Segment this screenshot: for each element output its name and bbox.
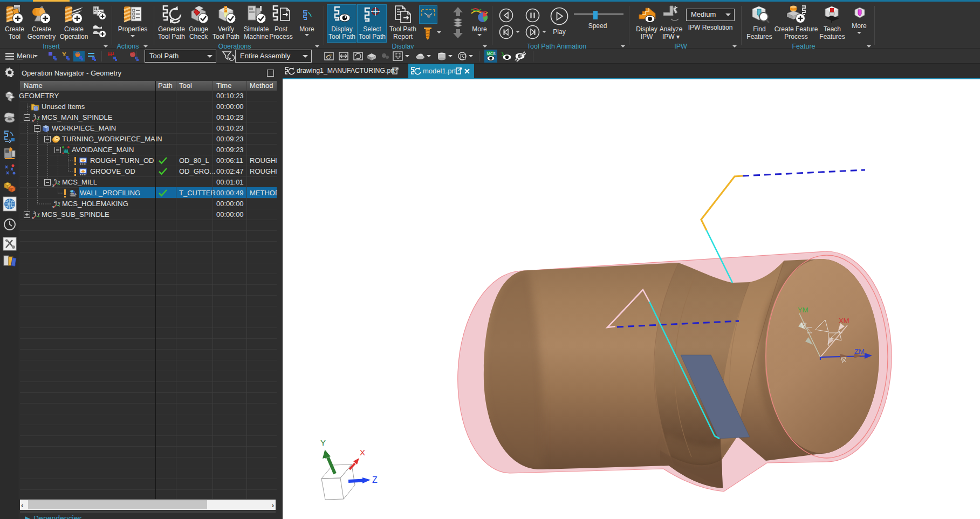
svg-text:y: y	[38, 212, 40, 216]
svg-text:z: z	[33, 113, 35, 117]
svg-text:YM: YM	[798, 306, 808, 314]
svg-text:Y: Y	[320, 438, 326, 447]
svg-text:z: z	[33, 210, 35, 214]
svg-text:y: y	[38, 115, 40, 119]
svg-text:ZM: ZM	[854, 347, 865, 356]
svg-text:y: y	[58, 201, 60, 206]
svg-text:MCS: MCS	[487, 52, 496, 56]
svg-text:XM: XM	[839, 317, 849, 325]
svg-text:z: z	[54, 200, 56, 203]
svg-text:z: z	[54, 178, 56, 182]
svg-text:X: X	[360, 448, 365, 457]
svg-text:Z: Z	[372, 475, 378, 484]
svg-text:y: y	[58, 180, 60, 184]
